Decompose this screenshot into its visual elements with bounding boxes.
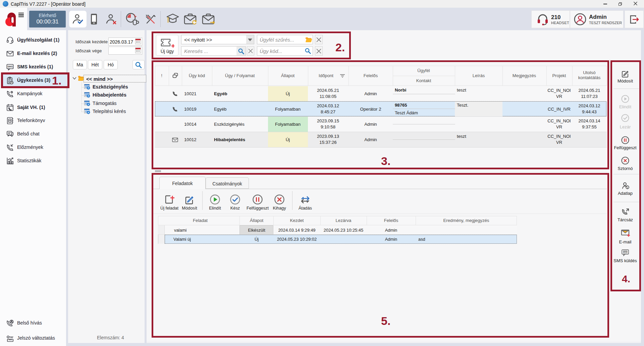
svg-text:SMS: SMS — [623, 251, 627, 253]
svg-text:i: i — [627, 186, 628, 189]
svg-text:****: **** — [8, 339, 12, 341]
svg-text:SMS: SMS — [7, 65, 13, 68]
